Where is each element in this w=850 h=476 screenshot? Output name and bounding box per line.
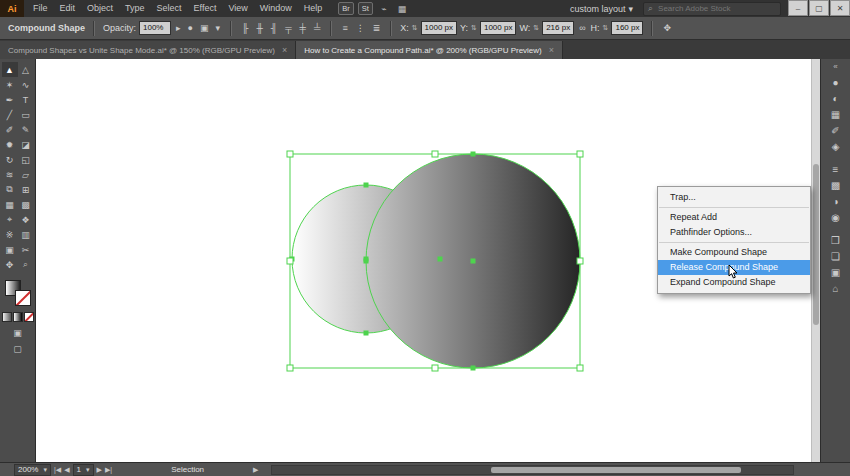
align-middle-icon[interactable]: ╪ <box>298 23 308 33</box>
screen-mode-icon[interactable]: ▢ <box>13 344 22 354</box>
type-tool[interactable]: T <box>18 92 34 107</box>
width-tool[interactable]: ≋ <box>2 167 18 182</box>
symbols-panel-icon[interactable]: ◈ <box>825 138 846 154</box>
context-menu-item-repeat-add[interactable]: Repeat Add <box>658 210 810 225</box>
menu-file[interactable]: File <box>27 0 54 17</box>
swatches-panel-icon[interactable]: ▦ <box>825 106 846 122</box>
rotate-tool[interactable]: ↻ <box>2 152 18 167</box>
gradient-button[interactable] <box>13 312 23 322</box>
menu-select[interactable]: Select <box>151 0 188 17</box>
magic-wand-tool[interactable]: ✶ <box>2 77 18 92</box>
transform-icon[interactable]: ✥ <box>661 23 673 33</box>
rectangle-tool[interactable]: ▭ <box>18 107 34 122</box>
arrange-documents-icon[interactable]: ▦ <box>393 4 411 14</box>
appearance-circle-icon[interactable]: ● <box>186 23 195 33</box>
w-field-input[interactable]: 216 px <box>542 21 574 35</box>
restore-button[interactable]: ▢ <box>809 0 829 16</box>
horizontal-scrollbar[interactable] <box>271 465 794 475</box>
collapse-panels-icon[interactable]: « <box>833 62 837 71</box>
shape-builder-tool[interactable]: ⧉ <box>2 182 18 197</box>
color-button[interactable] <box>2 312 12 322</box>
opacity-dropdown-icon[interactable]: ▸ <box>174 23 183 33</box>
libraries-panel-icon[interactable]: ⌂ <box>825 280 846 296</box>
vertical-scrollbar[interactable] <box>811 59 820 462</box>
menu-view[interactable]: View <box>222 0 253 17</box>
touch-workspace-icon[interactable]: ⌁ <box>375 4 393 14</box>
menu-object[interactable]: Object <box>81 0 119 17</box>
w-field-stepper[interactable]: ⇅ <box>533 24 539 32</box>
stock-button[interactable]: St <box>358 2 373 15</box>
color-panel-icon[interactable]: ● <box>825 74 846 90</box>
pencil-tool[interactable]: ✎ <box>18 122 34 137</box>
search-input[interactable] <box>656 3 776 14</box>
tab-close-icon[interactable]: × <box>549 45 554 55</box>
draw-normal-mode-icon[interactable]: ▣ <box>13 328 22 338</box>
document-tab-2[interactable]: How to Create a Compound Path.ai* @ 200%… <box>296 41 563 59</box>
none-button[interactable] <box>24 312 34 322</box>
direct-selection-tool[interactable]: △ <box>18 62 34 77</box>
zoom-tool[interactable]: ⌕ <box>18 257 34 272</box>
zoom-dropdown[interactable]: 200% ▾ <box>14 464 51 476</box>
style-chevron-icon[interactable]: ▾ <box>214 23 223 33</box>
distribute-spacing-icon[interactable]: ≣ <box>371 23 383 33</box>
lasso-tool[interactable]: ∿ <box>18 77 34 92</box>
scale-tool[interactable]: ◱ <box>18 152 34 167</box>
perspective-grid-tool[interactable]: ⊞ <box>18 182 34 197</box>
layers-panel-icon[interactable]: ❏ <box>825 248 846 264</box>
tab-close-icon[interactable]: × <box>282 45 287 55</box>
hand-tool[interactable]: ✥ <box>2 257 18 272</box>
distribute-vertical-icon[interactable]: ≡ <box>340 23 349 33</box>
document-tab-1[interactable]: Compound Shapes vs Unite Shape Mode.ai* … <box>0 41 296 59</box>
stroke-swatch[interactable] <box>15 290 31 306</box>
y-field-input[interactable]: 1000 px <box>480 21 516 35</box>
minimize-button[interactable]: – <box>788 0 808 16</box>
vertical-scrollbar-thumb[interactable] <box>813 164 819 325</box>
h-field-input[interactable]: 160 px <box>611 21 643 35</box>
workspace-switcher[interactable]: custom layout ▾ <box>566 4 637 14</box>
constrain-proportions-icon[interactable]: ∞ <box>577 23 587 33</box>
menu-type[interactable]: Type <box>119 0 151 17</box>
h-field-stepper[interactable]: ⇅ <box>603 24 609 32</box>
blob-brush-tool[interactable]: ✹ <box>2 137 18 152</box>
graphic-styles-panel-icon[interactable]: ❒ <box>825 232 846 248</box>
paintbrush-tool[interactable]: ✐ <box>2 122 18 137</box>
artboards-panel-icon[interactable]: ▣ <box>825 264 846 280</box>
bridge-button[interactable]: Br <box>338 2 354 15</box>
y-field-stepper[interactable]: ⇅ <box>471 24 477 32</box>
blend-tool[interactable]: ❖ <box>18 212 34 227</box>
column-graph-tool[interactable]: ▥ <box>18 227 34 242</box>
context-menu-item-trap[interactable]: Trap... <box>658 190 810 205</box>
next-artboard-icon[interactable]: ▶ <box>97 466 102 474</box>
menu-edit[interactable]: Edit <box>54 0 82 17</box>
mesh-tool[interactable]: ▦ <box>2 197 18 212</box>
gradient-tool[interactable]: ▩ <box>18 197 34 212</box>
brushes-panel-icon[interactable]: ✐ <box>825 122 846 138</box>
line-segment-tool[interactable]: ╱ <box>2 107 18 122</box>
transparency-panel-icon[interactable]: ◑ <box>825 193 846 209</box>
align-left-icon[interactable]: ╟ <box>240 23 250 33</box>
x-field-input[interactable]: 1000 px <box>421 21 457 35</box>
selection-tool[interactable]: ▲ <box>2 62 18 77</box>
menu-help[interactable]: Help <box>298 0 329 17</box>
slice-tool[interactable]: ✂ <box>18 242 34 257</box>
horizontal-scrollbar-thumb[interactable] <box>491 467 741 473</box>
pen-tool[interactable]: ✒ <box>2 92 18 107</box>
status-expand-icon[interactable]: ▶ <box>253 466 258 474</box>
gradient-panel-icon[interactable]: ▩ <box>825 177 846 193</box>
align-right-icon[interactable]: ╢ <box>269 23 279 33</box>
align-bottom-icon[interactable]: ╧ <box>312 23 322 33</box>
context-menu-item-pathfinder-options[interactable]: Pathfinder Options... <box>658 225 810 240</box>
stroke-panel-icon[interactable]: ≡ <box>825 161 846 177</box>
context-menu-item-make-compound-shape[interactable]: Make Compound Shape <box>658 245 810 260</box>
free-transform-tool[interactable]: ▱ <box>18 167 34 182</box>
appearance-panel-icon[interactable]: ◉ <box>825 209 846 225</box>
x-field-stepper[interactable]: ⇅ <box>412 24 418 32</box>
menu-window[interactable]: Window <box>254 0 298 17</box>
prev-artboard-icon[interactable]: ◀ <box>64 466 69 474</box>
eyedropper-tool[interactable]: ⌖ <box>2 212 18 227</box>
canvas[interactable]: Trap...Repeat AddPathfinder Options...Ma… <box>36 59 820 462</box>
distribute-horizontal-icon[interactable]: ⋮ <box>354 23 367 33</box>
align-center-icon[interactable]: ╫ <box>254 23 264 33</box>
last-artboard-icon[interactable]: ▶| <box>105 466 112 474</box>
opacity-input[interactable]: 100% <box>139 21 171 35</box>
